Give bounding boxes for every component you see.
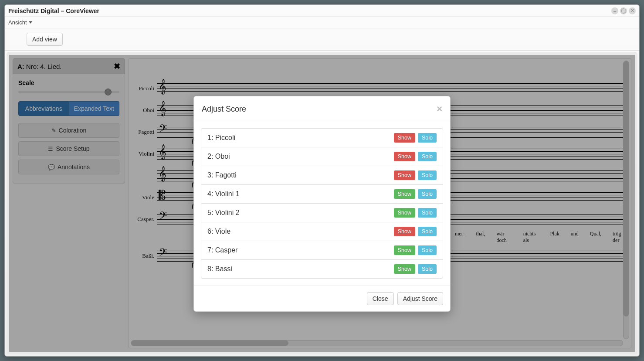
app-window: Freischütz Digital – CoreViewer – ◯ ✕ An… [4, 4, 640, 357]
show-button[interactable]: Show [394, 245, 415, 255]
staff-item-label: 2: Oboi [207, 153, 391, 160]
show-button[interactable]: Show [394, 264, 415, 274]
list-item: 3: FagottiShowSolo [201, 166, 443, 185]
maximize-icon[interactable]: ◯ [620, 7, 627, 14]
modal-title: Adjust Score [202, 105, 437, 114]
menu-ansicht-label: Ansicht [8, 19, 27, 26]
adjust-score-modal: Adjust Score × 1: PiccoliShowSolo2: Oboi… [193, 96, 451, 312]
staff-item-label: 4: Violini 1 [207, 190, 391, 198]
show-button[interactable]: Show [394, 227, 415, 236]
solo-button[interactable]: Solo [418, 152, 437, 161]
solo-button[interactable]: Solo [418, 245, 437, 255]
minimize-icon[interactable]: – [611, 7, 618, 14]
chevron-down-icon [29, 21, 32, 24]
menubar: Ansicht [5, 17, 639, 28]
titlebar: Freischütz Digital – CoreViewer – ◯ ✕ [5, 5, 639, 17]
add-view-button[interactable]: Add view [27, 33, 63, 46]
solo-button[interactable]: Solo [418, 264, 437, 274]
staff-item-label: 7: Casper [207, 246, 391, 254]
toolbar: Add view [5, 28, 639, 51]
staff-list: 1: PiccoliShowSolo2: OboiShowSolo3: Fago… [201, 128, 443, 279]
show-button[interactable]: Show [394, 133, 415, 143]
staff-item-label: 8: Bassi [207, 265, 391, 273]
close-window-icon[interactable]: ✕ [629, 7, 636, 14]
staff-item-label: 5: Violini 2 [207, 209, 391, 217]
show-button[interactable]: Show [394, 189, 415, 199]
solo-button[interactable]: Solo [418, 133, 437, 143]
list-item: 5: Violini 2ShowSolo [201, 204, 443, 222]
solo-button[interactable]: Solo [418, 189, 437, 199]
menu-ansicht[interactable]: Ansicht [8, 19, 32, 26]
solo-button[interactable]: Solo [418, 227, 437, 236]
show-button[interactable]: Show [394, 208, 415, 218]
solo-button[interactable]: Solo [418, 170, 437, 180]
staff-item-label: 1: Piccoli [207, 134, 391, 142]
window-controls: – ◯ ✕ [611, 7, 636, 14]
list-item: 7: CasperShowSolo [201, 241, 443, 260]
modal-body: 1: PiccoliShowSolo2: OboiShowSolo3: Fago… [194, 121, 450, 286]
close-icon[interactable]: × [437, 103, 442, 115]
modal-footer: Close Adjust Score [194, 286, 450, 311]
solo-button[interactable]: Solo [418, 208, 437, 218]
content: A: Nro: 4. Lied. ✖ Scale Abbreviations E… [7, 52, 637, 354]
list-item: 1: PiccoliShowSolo [201, 129, 443, 147]
staff-item-label: 6: Viole [207, 228, 391, 235]
list-item: 4: Violini 1ShowSolo [201, 185, 443, 204]
list-item: 8: BassiShowSolo [201, 260, 443, 278]
list-item: 2: OboiShowSolo [201, 147, 443, 166]
show-button[interactable]: Show [394, 170, 415, 180]
close-button[interactable]: Close [367, 292, 394, 305]
modal-header: Adjust Score × [194, 96, 450, 121]
adjust-score-button[interactable]: Adjust Score [397, 292, 443, 305]
list-item: 6: VioleShowSolo [201, 222, 443, 241]
window-title: Freischütz Digital – CoreViewer [8, 7, 611, 14]
staff-item-label: 3: Fagotti [207, 171, 391, 179]
show-button[interactable]: Show [394, 152, 415, 161]
